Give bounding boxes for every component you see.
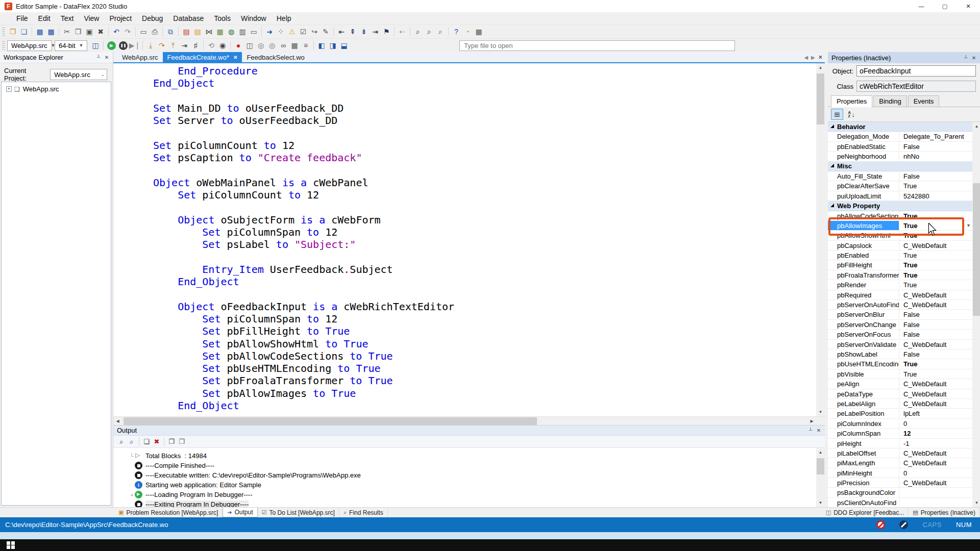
redo-icon[interactable]: ↷ xyxy=(122,26,133,37)
property-row-pbshowlabel[interactable]: pbShowLabelFalse xyxy=(828,349,972,359)
list-icon[interactable]: ≡ xyxy=(300,40,311,51)
save-icon[interactable]: ▦ xyxy=(34,26,45,37)
scroll-up-icon[interactable]: ▲ xyxy=(816,63,825,72)
menu-help[interactable]: Help xyxy=(272,13,297,24)
window-icon[interactable]: ▭ xyxy=(248,26,259,37)
property-value[interactable]: C_WebDefault xyxy=(899,399,972,408)
property-value[interactable]: C_WebDefault xyxy=(899,241,972,250)
property-value[interactable]: 0 xyxy=(899,419,972,428)
property-value[interactable]: 12 xyxy=(899,429,972,438)
dock-right-icon[interactable]: ❏ xyxy=(18,26,30,37)
copy-icon[interactable]: ❐ xyxy=(72,26,84,37)
property-row-pbrender[interactable]: pbRenderTrue xyxy=(828,280,972,290)
property-value[interactable]: False xyxy=(899,142,972,151)
tab-events[interactable]: Events xyxy=(908,95,940,107)
property-row-pbserveronchange[interactable]: pbServerOnChangeFalse xyxy=(828,320,972,330)
help-icon[interactable]: ? xyxy=(451,26,462,37)
project-combobox[interactable]: WebApp.src▼ xyxy=(7,40,52,51)
copy-selected-icon[interactable]: ❐ xyxy=(177,437,187,447)
grid-icon[interactable]: ▦ xyxy=(473,26,484,37)
menu-file[interactable]: File xyxy=(11,13,33,24)
property-value[interactable]: Delegate_To_Parent xyxy=(899,132,972,141)
property-value[interactable]: C_WebDefault xyxy=(899,458,972,467)
property-row-psbackgroundcolor[interactable]: psBackgroundColor xyxy=(828,488,972,497)
bottom-tab-problem-resolution--webapp-src-[interactable]: ▣Problem Resolution [WebApp.src] xyxy=(114,508,223,517)
dialog-icon[interactable]: ▭ xyxy=(138,26,149,37)
close-icon[interactable]: ✕ xyxy=(815,428,823,433)
close-icon[interactable]: ✕ xyxy=(103,55,111,60)
property-value[interactable]: C_WebDefault xyxy=(899,340,972,349)
property-value[interactable]: True xyxy=(899,251,972,260)
property-row-puiuploadlimit[interactable]: puiUploadLimit5242880 xyxy=(828,191,972,201)
property-category-behavior[interactable]: Behavior xyxy=(828,122,972,132)
property-value[interactable]: nhNo xyxy=(899,152,972,161)
property-value[interactable]: False xyxy=(899,330,972,339)
scroll-down-icon[interactable]: ▼ xyxy=(816,408,825,416)
menu-text[interactable]: Text xyxy=(56,13,79,24)
output-vertical-scrollbar[interactable]: ▲ ▼ xyxy=(816,448,825,507)
panel1-icon[interactable]: ◧ xyxy=(316,40,327,51)
pin-icon[interactable]: ┴ xyxy=(94,55,103,60)
save-all-icon[interactable]: ▩ xyxy=(45,26,57,37)
scroll-up-icon[interactable]: ▲ xyxy=(816,448,825,457)
tab-feedbackselect-wo[interactable]: FeedbackSelect.wo xyxy=(242,52,309,62)
property-row-pbserveronvalidate[interactable]: pbServerOnValidateC_WebDefault xyxy=(828,340,972,349)
locals-icon[interactable]: ◎ xyxy=(266,40,278,51)
continue-icon[interactable]: ▶❘ xyxy=(129,40,140,51)
property-row-pbserveronblur[interactable]: pbServerOnBlurFalse xyxy=(828,310,972,319)
bookmark-next-icon[interactable]: ⇟ xyxy=(358,26,370,37)
bottom-tab-find-results[interactable]: ⌕Find Results xyxy=(339,508,388,517)
scrollbar-thumb[interactable] xyxy=(973,183,980,316)
property-value[interactable]: C_WebDefault xyxy=(899,379,972,388)
checklist-icon[interactable]: ☑ xyxy=(298,26,309,37)
property-value[interactable] xyxy=(899,488,972,497)
property-value[interactable]: True xyxy=(899,270,972,280)
property-row-pelabelalign[interactable]: peLabelAlignC_WebDefault xyxy=(828,399,972,409)
find-prev-icon[interactable]: ⌕ xyxy=(116,437,127,447)
delete-icon[interactable]: ✖ xyxy=(95,26,106,37)
panel3-icon[interactable]: ⬓ xyxy=(338,40,350,51)
pin-icon[interactable]: ┴ xyxy=(962,55,970,61)
scrollbar-thumb[interactable] xyxy=(124,417,537,425)
clear-output-icon[interactable]: ✖ xyxy=(152,437,162,447)
property-value[interactable]: C_WebDefault xyxy=(899,478,972,487)
tab-scroll-right-icon[interactable]: ▶ xyxy=(811,55,815,60)
toggle-breakpoint-icon[interactable]: ♯ xyxy=(190,40,201,51)
run-to-cursor-icon[interactable]: ⇥ xyxy=(179,40,190,51)
property-value[interactable]: -1 xyxy=(899,439,972,448)
property-value[interactable]: 5242880 xyxy=(899,191,972,201)
paste-icon[interactable]: ▣ xyxy=(84,26,95,37)
property-row-pballowcodesections[interactable]: pbAllowCodeSectionsTrue xyxy=(828,211,972,221)
property-value[interactable]: C_WebDefault xyxy=(899,389,972,398)
property-row-pbrequired[interactable]: pbRequiredC_WebDefault xyxy=(828,290,972,300)
watch-icon[interactable]: ◎ xyxy=(255,40,266,51)
stop-debug-icon[interactable]: ◉ xyxy=(217,40,228,51)
property-row-auto_fill_state[interactable]: Auto_Fill_StateFalse xyxy=(828,171,972,181)
scroll-right-icon[interactable]: ▶ xyxy=(807,417,816,425)
property-value[interactable]: lpLeft xyxy=(899,409,972,418)
expand-icon[interactable]: + xyxy=(6,86,12,92)
scroll-down-icon[interactable]: ▼ xyxy=(816,498,825,507)
property-value[interactable]: True▼ xyxy=(899,221,972,230)
tree-item-webapp.src[interactable]: +❑WebApp.src xyxy=(2,85,111,93)
copy-special-icon[interactable]: ⧉ xyxy=(165,26,176,37)
property-row-pimaxlength[interactable]: piMaxLengthC_WebDefault xyxy=(828,458,972,468)
menu-view[interactable]: View xyxy=(79,13,104,24)
warnings-icon[interactable]: ⚠ xyxy=(286,26,298,37)
glasses-icon[interactable]: ∞ xyxy=(278,40,289,51)
compile-icon[interactable]: ▤ xyxy=(181,26,192,37)
find-in-files-icon[interactable]: ⌕ xyxy=(435,26,446,37)
table-find-icon[interactable]: ▥ xyxy=(237,26,248,37)
property-row-delegation_mode[interactable]: Delegation_ModeDelegate_To_Parent xyxy=(828,132,972,141)
config-combobox[interactable]: 64-bit▼ xyxy=(55,40,87,51)
menu-tools[interactable]: Tools xyxy=(209,13,236,24)
restart-icon[interactable]: ⟲ xyxy=(206,40,217,51)
step-into-icon[interactable]: ⤓ xyxy=(145,40,156,51)
pause-icon[interactable]: ❚❚ xyxy=(119,41,128,50)
property-row-pelabelposition[interactable]: peLabelPositionlpLeft xyxy=(828,409,972,418)
bottom-tab-to-do-list--webapp-src-[interactable]: ☑To Do List [WebApp.src] xyxy=(258,508,339,517)
minimize-button[interactable]: — xyxy=(910,0,933,12)
bookmark-clear-icon[interactable]: ⚑ xyxy=(381,26,392,37)
property-row-pbfroalatransformer[interactable]: pbFroalaTransformerTrue xyxy=(828,270,972,280)
property-row-pbserveronautofind[interactable]: pbServerOnAutoFindC_WebDefault xyxy=(828,300,972,310)
